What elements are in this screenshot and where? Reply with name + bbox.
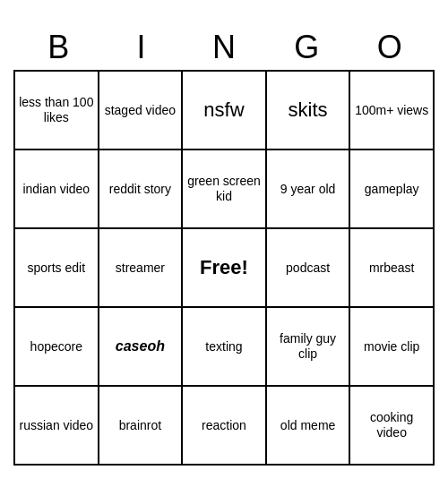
title-letter-O: O (354, 29, 426, 66)
title-letter-N: N (188, 29, 260, 66)
bingo-cell-6: reddit story (99, 150, 184, 229)
bingo-grid: less than 100 likesstaged videonsfwskits… (13, 70, 435, 466)
bingo-title: BINGO (13, 21, 435, 70)
bingo-cell-17: texting (183, 308, 267, 387)
bingo-cell-2: nsfw (183, 72, 267, 150)
title-letter-G: G (271, 29, 342, 66)
bingo-cell-24: cooking video (350, 387, 435, 466)
bingo-cell-23: old meme (267, 387, 351, 466)
bingo-cell-15: hopecore (15, 308, 99, 387)
bingo-cell-18: family guy clip (267, 308, 351, 387)
bingo-cell-9: gameplay (350, 150, 435, 229)
bingo-cell-14: mrbeast (350, 229, 435, 308)
bingo-cell-1: staged video (99, 72, 184, 150)
bingo-cell-4: 100m+ views (350, 72, 435, 150)
bingo-cell-5: indian video (15, 150, 99, 229)
bingo-cell-7: green screen kid (183, 150, 267, 229)
bingo-cell-19: movie clip (350, 308, 435, 387)
bingo-card: BINGO less than 100 likesstaged videonsf… (13, 21, 435, 466)
bingo-cell-8: 9 year old (267, 150, 351, 229)
bingo-cell-22: reaction (183, 387, 267, 466)
bingo-cell-11: streamer (99, 229, 184, 308)
bingo-cell-21: brainrot (99, 387, 184, 466)
bingo-cell-3: skits (267, 72, 351, 150)
bingo-cell-12: Free! (183, 229, 267, 308)
bingo-cell-16: caseoh (99, 308, 184, 387)
title-letter-B: B (22, 29, 94, 66)
title-letter-I: I (106, 29, 177, 66)
bingo-cell-10: sports edit (15, 229, 99, 308)
bingo-cell-20: russian video (15, 387, 99, 466)
bingo-cell-0: less than 100 likes (15, 72, 99, 150)
bingo-cell-13: podcast (267, 229, 351, 308)
